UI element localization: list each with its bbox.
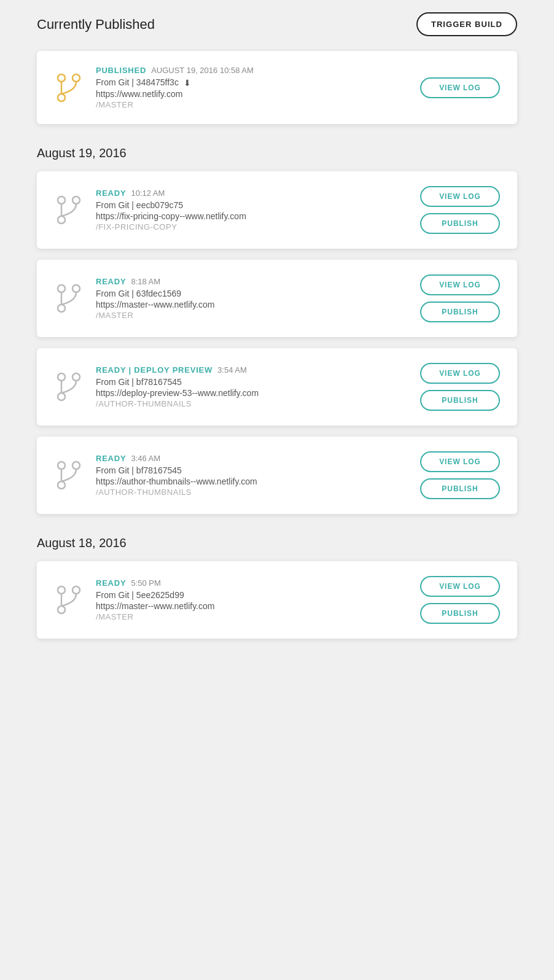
section-date-1: August 18, 2016 (37, 536, 517, 550)
build-card-0-2: READY | DEPLOY PREVIEW 3:54 AM From Git … (37, 348, 517, 426)
published-status-badge: PUBLISHED (96, 66, 146, 75)
svg-point-3 (58, 196, 65, 204)
build-info-0-2: READY | DEPLOY PREVIEW 3:54 AM From Git … (96, 365, 408, 408)
svg-point-1 (72, 74, 80, 82)
publish-button-0-0[interactable]: PUBLISH (420, 213, 500, 234)
svg-point-5 (58, 216, 65, 224)
view-log-button-1-0[interactable]: VIEW LOG (420, 576, 500, 597)
svg-point-6 (58, 285, 65, 292)
build-time-1-0: 5:50 PM (131, 578, 160, 588)
git-branch-icon-0-0 (54, 195, 84, 225)
build-source-0-2: From Git | bf78167545 (96, 377, 408, 387)
published-build-actions: VIEW LOG (420, 77, 500, 98)
build-branch-0-1: /MASTER (96, 311, 408, 320)
svg-point-7 (72, 285, 80, 292)
build-source-1-0: From Git | 5ee2625d99 (96, 590, 408, 600)
build-branch-1-0: /MASTER (96, 612, 408, 621)
published-url: https://www.netlify.com (96, 89, 408, 99)
published-status-line: PUBLISHED AUGUST 19, 2016 10:58 AM (96, 66, 408, 75)
sections-container: August 19, 2016 READY 10:12 AM From Git … (37, 146, 517, 639)
build-url-0-3: https://author-thumbnails--www.netlify.c… (96, 476, 408, 486)
published-build-card: PUBLISHED AUGUST 19, 2016 10:58 AM From … (37, 51, 517, 124)
build-info-1-0: READY 5:50 PM From Git | 5ee2625d99 http… (96, 578, 408, 621)
build-url-1-0: https://master--www.netlify.com (96, 601, 408, 611)
publish-button-0-1[interactable]: PUBLISH (420, 301, 500, 322)
build-time-0-0: 10:12 AM (131, 189, 165, 198)
build-actions-1-0: VIEW LOG PUBLISH (420, 576, 500, 624)
build-actions-0-2: VIEW LOG PUBLISH (420, 363, 500, 411)
build-source-0-3: From Git | bf78167545 (96, 465, 408, 475)
svg-point-4 (72, 196, 80, 204)
git-branch-icon-published (54, 73, 84, 103)
published-view-log-button[interactable]: VIEW LOG (420, 77, 500, 98)
git-branch-icon-0-3 (54, 461, 84, 490)
view-log-button-0-0[interactable]: VIEW LOG (420, 186, 500, 207)
build-url-0-1: https://master--www.netlify.com (96, 300, 408, 309)
section-date-0: August 19, 2016 (37, 146, 517, 160)
build-time-0-3: 3:46 AM (131, 454, 160, 463)
build-time-0-2: 3:54 AM (217, 365, 247, 375)
build-actions-0-1: VIEW LOG PUBLISH (420, 274, 500, 322)
build-card-0-3: READY 3:46 AM From Git | bf78167545 http… (37, 437, 517, 514)
svg-point-2 (58, 94, 65, 101)
download-icon: ⬇ (184, 78, 191, 88)
build-time-0-1: 8:18 AM (131, 277, 160, 286)
page-header: Currently Published TRIGGER BUILD (37, 12, 517, 36)
build-card-0-1: READY 8:18 AM From Git | 63fdec1569 http… (37, 260, 517, 337)
view-log-button-0-1[interactable]: VIEW LOG (420, 274, 500, 295)
publish-button-0-2[interactable]: PUBLISH (420, 390, 500, 411)
status-line-0-1: READY 8:18 AM (96, 277, 408, 286)
build-actions-0-3: VIEW LOG PUBLISH (420, 451, 500, 499)
build-source-0-1: From Git | 63fdec1569 (96, 289, 408, 298)
status-line-0-2: READY | DEPLOY PREVIEW 3:54 AM (96, 365, 408, 375)
view-log-button-0-3[interactable]: VIEW LOG (420, 451, 500, 472)
svg-point-12 (58, 462, 65, 469)
build-url-0-2: https://deploy-preview-53--www.netlify.c… (96, 388, 408, 398)
svg-point-0 (58, 74, 65, 82)
publish-button-0-3[interactable]: PUBLISH (420, 478, 500, 499)
git-branch-icon-1-0 (54, 585, 84, 615)
svg-point-17 (58, 606, 65, 613)
build-url-0-0: https://fix-pricing-copy--www.netlify.co… (96, 211, 408, 221)
build-branch-0-0: /FIX-PRICING-COPY (96, 222, 408, 231)
status-badge-0-3: READY (96, 454, 126, 463)
build-info-0-0: READY 10:12 AM From Git | eecb079c75 htt… (96, 189, 408, 231)
view-log-button-0-2[interactable]: VIEW LOG (420, 363, 500, 384)
status-line-0-3: READY 3:46 AM (96, 454, 408, 463)
build-info-0-1: READY 8:18 AM From Git | 63fdec1569 http… (96, 277, 408, 320)
published-source: From Git | 348475ff3c ⬇ (96, 77, 408, 88)
svg-point-10 (72, 373, 80, 381)
publish-button-1-0[interactable]: PUBLISH (420, 603, 500, 624)
build-branch-0-3: /AUTHOR-THUMBNAILS (96, 488, 408, 497)
svg-point-11 (58, 393, 65, 400)
svg-point-16 (72, 586, 80, 594)
status-line-1-0: READY 5:50 PM (96, 578, 408, 588)
published-time: AUGUST 19, 2016 10:58 AM (151, 66, 254, 75)
status-badge-1-0: READY (96, 578, 126, 588)
build-info-0-3: READY 3:46 AM From Git | bf78167545 http… (96, 454, 408, 497)
status-badge-0-2: READY | DEPLOY PREVIEW (96, 365, 213, 375)
svg-point-8 (58, 305, 65, 312)
published-build-info: PUBLISHED AUGUST 19, 2016 10:58 AM From … (96, 66, 408, 109)
published-branch: /MASTER (96, 100, 408, 109)
trigger-build-button[interactable]: TRIGGER BUILD (416, 12, 517, 36)
build-branch-0-2: /AUTHOR-THUMBNAILS (96, 399, 408, 408)
build-card-0-0: READY 10:12 AM From Git | eecb079c75 htt… (37, 171, 517, 249)
build-card-1-0: READY 5:50 PM From Git | 5ee2625d99 http… (37, 561, 517, 639)
svg-point-13 (72, 462, 80, 469)
git-branch-icon-0-2 (54, 372, 84, 402)
status-badge-0-0: READY (96, 189, 126, 198)
build-actions-0-0: VIEW LOG PUBLISH (420, 186, 500, 234)
svg-point-15 (58, 586, 65, 594)
status-badge-0-1: READY (96, 277, 126, 286)
status-line-0-0: READY 10:12 AM (96, 189, 408, 198)
svg-point-14 (58, 481, 65, 489)
page-title: Currently Published (37, 17, 155, 33)
svg-point-9 (58, 373, 65, 381)
build-source-0-0: From Git | eecb079c75 (96, 200, 408, 210)
git-branch-icon-0-1 (54, 284, 84, 313)
